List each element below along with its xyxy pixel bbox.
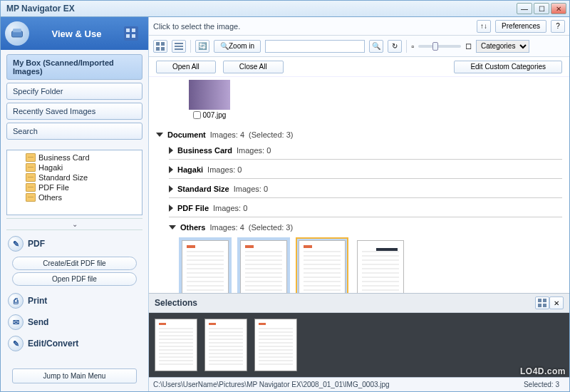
zoom-in-button[interactable]: 🔍 Zoom in [214,40,261,53]
thumbnail-image[interactable] [357,240,404,293]
zoom-small-icon: ▫ [411,42,414,51]
thumbnail-item[interactable]: IMG_0004.jpg [354,237,407,293]
open-pdf-button[interactable]: Open PDF file [12,272,138,286]
selection-thumb[interactable] [254,319,297,371]
print-icon: ⎙ [8,293,24,309]
title-bar: MP Navigator EX — ☐ ✕ [0,0,570,17]
svg-rect-6 [132,34,135,38]
view-list-button[interactable] [172,40,186,53]
thumbnail-item[interactable]: IMG_0001.jpg [179,237,232,293]
jump-main-menu-button[interactable]: Jump to Main Menu [12,368,138,383]
chevron-right-icon [169,205,173,212]
sidebar-header: View & Use [1,17,148,50]
selection-thumb[interactable] [155,319,197,371]
preferences-button[interactable]: Preferences [495,20,546,33]
group-header[interactable]: HagakiImages: 0 [169,164,562,175]
maximize-button[interactable]: ☐ [534,3,549,14]
folder-icon [26,193,36,202]
thumbnail-image[interactable] [182,240,229,293]
sidebar-nav: My Box (Scanned/Imported Images) Specify… [1,50,148,147]
thumbnail-caption[interactable]: 007.jpg [189,111,230,119]
sidebar: View & Use My Box (Scanned/Imported Imag… [1,17,149,391]
group-header[interactable]: Standard SizeImages: 0 [169,183,562,195]
selections-clear-button[interactable]: ✕ [549,296,564,309]
refresh-button[interactable]: ↻ [388,40,402,53]
chevron-right-icon [169,147,173,154]
group-header[interactable]: Document Images: 4 (Selected: 3) [156,129,562,140]
create-edit-pdf-button[interactable]: Create/Edit PDF file [12,257,138,270]
search-button[interactable]: 🔍 [369,40,383,53]
tree-item: Others [7,192,142,202]
tree-item: Hagaki [7,163,142,172]
nav-recently-saved[interactable]: Recently Saved Images [6,103,142,120]
status-path: C:\Users\UserName\Pictures\MP Navigator … [153,381,518,388]
action-send[interactable]: ✉ Send [6,311,142,333]
bulk-button-row: Open All Close All Edit Custom Categorie… [149,57,569,77]
content-pane: Click to select the image. ↑↓ Preference… [149,17,569,391]
tree-item: Standard Size [7,172,142,182]
group-document: Document Images: 4 (Selected: 3) Busines… [156,125,562,293]
gallery[interactable]: 007.jpg Document Images: 4 (Selected: 3)… [149,77,569,293]
svg-rect-12 [175,46,183,47]
chevron-right-icon [169,185,173,192]
thumbnail-image[interactable] [299,240,346,293]
svg-rect-8 [161,42,165,46]
tree-item: Business Card [7,153,142,163]
svg-rect-4 [132,29,135,32]
view-toolbar: 🔄 🔍 Zoom in 🔍 ↻ ▫ ◻ Categories [149,36,569,57]
action-pdf[interactable]: ✎ PDF [6,233,142,254]
thumbnail-image[interactable] [240,240,287,293]
thumbnail-item[interactable]: 007.jpg [189,80,230,119]
nav-search[interactable]: Search [6,123,142,140]
svg-rect-16 [538,304,542,307]
sidebar-actions: ✎ PDF Create/Edit PDF file Open PDF file… [1,230,148,362]
zoom-slider-knob[interactable] [432,42,438,51]
group-header[interactable]: PDF FileImages: 0 [169,202,562,214]
nav-my-box[interactable]: My Box (Scanned/Imported Images) [6,54,142,80]
selections-strip[interactable] [149,313,569,377]
svg-rect-13 [175,48,183,50]
folder-tree[interactable]: Business Card Hagaki Standard Size PDF F… [6,150,142,215]
search-input[interactable] [265,40,365,53]
svg-rect-5 [126,34,130,38]
edit-icon: ✎ [8,336,24,351]
svg-rect-3 [126,29,130,32]
rotate-button[interactable]: 🔄 [195,40,209,53]
nav-specify-folder[interactable]: Specify Folder [6,83,142,100]
thumbnail-checkbox[interactable] [193,111,201,119]
sort-toggle-button[interactable]: ↑↓ [477,20,491,33]
pdf-icon: ✎ [8,236,24,252]
selection-thumb[interactable] [204,319,247,371]
close-all-button[interactable]: Close All [223,61,284,73]
close-button[interactable]: ✕ [551,3,566,14]
open-all-button[interactable]: Open All [156,61,216,73]
action-edit-convert[interactable]: ✎ Edit/Convert [6,333,142,354]
chevron-down-icon [169,225,176,229]
group-header[interactable]: Others Images: 4 (Selected: 3) [169,222,562,233]
folder-icon [26,153,36,162]
status-bar: C:\Users\UserName\Pictures\MP Navigator … [149,377,569,391]
collapse-toggle[interactable]: ⌄ [6,218,142,230]
action-print[interactable]: ⎙ Print [6,290,142,311]
group-header[interactable]: Business CardImages: 0 [169,145,562,156]
thumbnail-image[interactable] [189,80,230,110]
sidebar-header-label: View & Use [33,29,120,39]
edit-custom-categories-button[interactable]: Edit Custom Categories [454,61,562,73]
selections-panel: Selections ✕ [149,293,569,377]
hint-text: Click to select the image. [153,22,472,31]
selections-grid-button[interactable] [535,296,549,309]
view-thumbnails-button[interactable] [153,40,167,53]
categories-select[interactable]: Categories [476,40,529,53]
svg-rect-9 [156,47,160,51]
tree-item: PDF File [7,182,142,192]
folder-icon [26,183,36,192]
minimize-button[interactable]: — [517,3,532,14]
folder-icon [26,163,36,172]
help-button[interactable]: ? [551,20,565,33]
zoom-slider[interactable] [418,45,461,48]
svg-rect-10 [161,47,165,51]
thumbnail-item[interactable]: IMG_0003.jpg [296,237,348,293]
thumbnail-item[interactable]: IMG_0002.jpg [237,237,290,293]
selections-label: Selections [155,298,535,308]
thumbnail-row: IMG_0001.jpg IMG_0002.jpg IMG_0003.jpg I… [169,233,562,293]
